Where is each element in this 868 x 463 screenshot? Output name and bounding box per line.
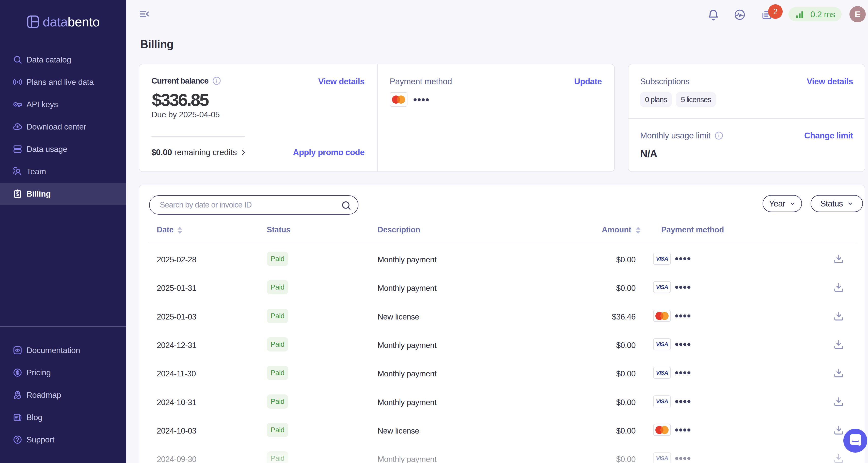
- svg-text:$: $: [16, 191, 19, 197]
